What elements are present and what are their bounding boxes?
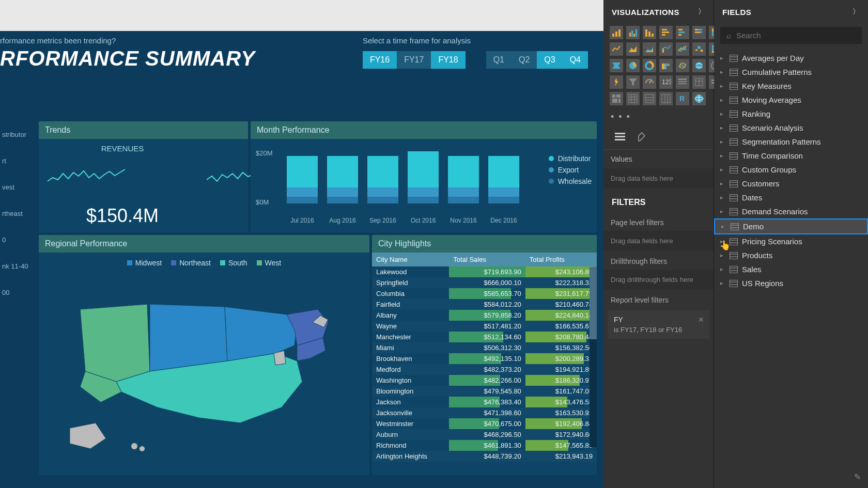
bar-column[interactable] xyxy=(327,156,358,203)
city-table[interactable]: City Name Total Sales Total Profits Lake… xyxy=(372,253,597,462)
viz-type-icon[interactable] xyxy=(676,59,689,72)
edit-icon[interactable]: ✎ xyxy=(854,472,861,482)
bar-column[interactable] xyxy=(488,156,519,203)
viz-type-icon[interactable] xyxy=(610,92,623,105)
expand-icon[interactable]: ▸ xyxy=(720,83,725,89)
table-row[interactable]: Springfield$666,000.10$222,318.33 xyxy=(372,277,597,288)
bar-column[interactable] xyxy=(408,151,439,203)
viz-type-icon[interactable] xyxy=(676,75,689,89)
values-drop-zone[interactable]: Drag data fields here xyxy=(603,168,714,188)
field-table-scenario-analysis[interactable]: ▸Scenario Analysis xyxy=(714,121,868,135)
fy17-button[interactable]: FY17 xyxy=(397,51,431,69)
viz-type-icon[interactable] xyxy=(676,42,689,56)
viz-type-icon[interactable] xyxy=(610,59,623,72)
viz-type-icon[interactable] xyxy=(643,75,656,89)
table-scrollbar[interactable] xyxy=(590,267,597,447)
bar-column[interactable] xyxy=(287,156,318,203)
viz-type-icon[interactable] xyxy=(610,42,623,56)
fields-search[interactable]: ⌕ xyxy=(720,27,862,44)
expand-icon[interactable]: ▸ xyxy=(720,280,725,287)
table-row[interactable]: Westminster$470,675.00$192,406.84 xyxy=(372,418,597,429)
expand-icon[interactable]: ▸ xyxy=(720,194,725,201)
viz-type-icon[interactable] xyxy=(626,59,640,72)
slicer-item[interactable]: 00 xyxy=(0,279,34,306)
field-table-cumulative-patterns[interactable]: ▸Cumulative Patterns xyxy=(714,65,868,79)
viz-type-icon[interactable] xyxy=(659,59,673,72)
field-table-sales[interactable]: ▸Sales xyxy=(714,262,868,276)
table-row[interactable]: Wayne$517,481.20$166,535.67 xyxy=(372,321,597,332)
viz-type-icon[interactable]: 123 xyxy=(659,75,673,89)
viz-type-icon[interactable] xyxy=(626,26,640,39)
col-sales[interactable]: Total Sales xyxy=(449,253,525,266)
table-row[interactable]: Richmond$461,891.30$147,565.89 xyxy=(372,440,597,451)
viz-type-icon[interactable] xyxy=(643,26,656,39)
field-table-demo[interactable]: ▸Demo xyxy=(714,218,868,234)
table-row[interactable]: Jackson$476,383.40$143,476.55 xyxy=(372,397,597,407)
regional-performance-panel[interactable]: Regional Performance Midwest Northeast S… xyxy=(39,235,369,475)
expand-icon[interactable]: ▸ xyxy=(720,152,725,159)
viz-type-icon[interactable] xyxy=(643,42,656,56)
fy16-button[interactable]: FY16 xyxy=(363,51,397,69)
expand-icon[interactable]: ▸ xyxy=(720,138,725,145)
expand-icon[interactable]: ▸ xyxy=(720,97,725,103)
slicer-item[interactable]: rt xyxy=(0,148,34,174)
table-row[interactable]: Manchester$512,134.60$208,780.44 xyxy=(372,332,597,342)
filter-card-fy[interactable]: FY is FY17, FY18 or FY16 ✕ xyxy=(608,310,709,339)
viz-type-icon[interactable] xyxy=(626,92,640,105)
expand-icon[interactable]: ▸ xyxy=(720,124,725,131)
field-table-key-measures[interactable]: ▸Key Measures xyxy=(714,79,868,93)
expand-icon[interactable]: ▸ xyxy=(720,111,725,117)
viz-type-icon[interactable] xyxy=(659,42,673,56)
slicer-item[interactable]: 0 xyxy=(0,227,34,253)
table-row[interactable]: Brookhaven$492,135.10$200,289.33 xyxy=(372,353,597,364)
q3-button[interactable]: Q3 xyxy=(537,51,562,69)
field-table-customers[interactable]: ▸Customers xyxy=(714,177,868,191)
field-table-dates[interactable]: ▸Dates xyxy=(714,191,868,204)
table-row[interactable]: Columbia$585,653.70$231,617.79 xyxy=(372,288,597,299)
slicer-item[interactable]: vest xyxy=(0,174,34,200)
field-table-pricing-scenarios[interactable]: ▸Pricing Scenarios xyxy=(714,234,868,248)
table-row[interactable]: Auburn$468,296.50$172,940.60 xyxy=(372,429,597,440)
field-table-ranking[interactable]: ▸Ranking xyxy=(714,107,868,121)
field-table-segmentation-patterns[interactable]: ▸Segmentation Patterns xyxy=(714,135,868,149)
collapse-fields-icon[interactable]: 〉 xyxy=(853,7,860,17)
expand-icon[interactable]: ▸ xyxy=(720,69,725,75)
col-city[interactable]: City Name xyxy=(372,253,449,266)
table-row[interactable]: Miami$506,312.30$156,382.56 xyxy=(372,342,597,353)
expand-icon[interactable]: ▸ xyxy=(720,266,725,273)
field-table-averages-per-day[interactable]: ▸Averages per Day xyxy=(714,51,868,65)
viz-type-icon[interactable] xyxy=(610,75,623,89)
table-row[interactable]: Albany$579,858.20$224,840.14 xyxy=(372,310,597,321)
viz-type-icon[interactable] xyxy=(643,59,656,72)
viz-type-icon[interactable] xyxy=(659,26,673,39)
viz-type-icon[interactable] xyxy=(692,92,706,105)
trends-panel[interactable]: Trends REVENUES $150.4M PROFITS $55.9M xyxy=(39,121,248,232)
viz-type-icon[interactable] xyxy=(676,26,689,39)
table-row[interactable]: Washington$482,266.00$186,320.97 xyxy=(372,375,597,386)
remove-filter-icon[interactable]: ✕ xyxy=(698,316,704,324)
collapse-viz-icon[interactable]: 〉 xyxy=(698,7,706,17)
viz-type-icon[interactable] xyxy=(692,75,706,89)
col-profits[interactable]: Total Profits xyxy=(525,253,597,266)
viz-type-icon[interactable] xyxy=(610,26,623,39)
viz-type-icon[interactable] xyxy=(626,42,640,56)
viz-type-icon[interactable]: R xyxy=(676,92,689,105)
table-row[interactable]: Bloomington$479,545.80$161,747.05 xyxy=(372,386,597,397)
field-table-moving-averages[interactable]: ▸Moving Averages xyxy=(714,93,868,107)
viz-type-icon[interactable] xyxy=(692,42,706,56)
field-table-time-comparison[interactable]: ▸Time Comparison xyxy=(714,149,868,163)
format-tab-icon[interactable] xyxy=(637,131,649,143)
expand-icon[interactable]: ▸ xyxy=(720,252,725,259)
fields-tab-icon[interactable] xyxy=(614,131,626,143)
field-table-custom-groups[interactable]: ▸Custom Groups xyxy=(714,163,868,177)
search-input[interactable] xyxy=(736,31,856,40)
viz-type-icon[interactable] xyxy=(626,75,640,89)
city-highlights-panel[interactable]: City Highlights City Name Total Sales To… xyxy=(372,235,597,475)
q4-button[interactable]: Q4 xyxy=(563,51,588,69)
expand-icon[interactable]: ▸ xyxy=(720,55,725,61)
table-row[interactable]: Fairfield$584,012.20$210,460.74 xyxy=(372,299,597,310)
viz-type-icon[interactable] xyxy=(659,92,673,105)
table-row[interactable]: Arlington Heights$448,739.20$213,943.19 xyxy=(372,451,597,462)
table-row[interactable]: Jacksonville$471,398.60$163,530.92 xyxy=(372,407,597,418)
expand-icon[interactable]: ▸ xyxy=(720,208,725,215)
